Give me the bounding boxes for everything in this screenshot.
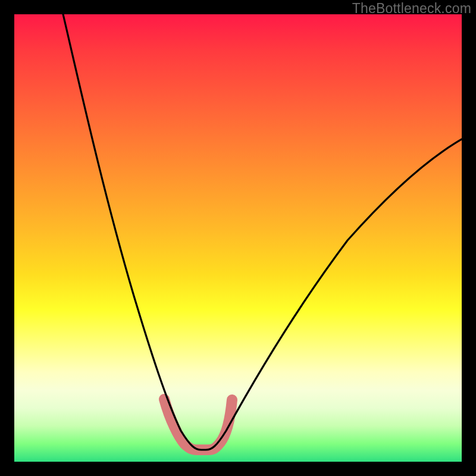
bottleneck-curve — [63, 14, 462, 450]
plot-area — [14, 14, 462, 462]
bottleneck-highlight — [164, 399, 232, 450]
watermark-text: TheBottleneck.com — [352, 1, 471, 17]
chart-frame: TheBottleneck.com — [0, 0, 476, 476]
curve-layer — [14, 14, 462, 462]
